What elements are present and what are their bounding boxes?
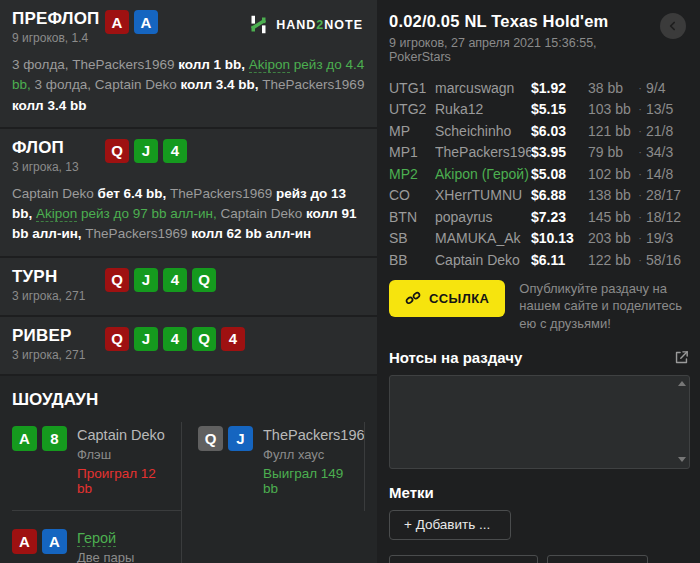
player-row: MP2 Akipon (Герой) $5.08 102 bb · 14/8 <box>389 163 692 185</box>
street-title: РИВЕР <box>12 326 105 346</box>
player-name-text: MAMUKA_Ak <box>435 230 521 246</box>
player-stack-bb: 38 bb <box>588 80 634 96</box>
player-name: ThePackers1969 <box>435 144 531 160</box>
card-A-c: A <box>12 426 37 451</box>
player-link[interactable]: Akipon <box>249 57 290 73</box>
showdown-section: ШОУДАУН A8 Captain Deko Флэш Проиграл 12… <box>0 376 377 563</box>
card-A-d: A <box>42 529 67 554</box>
player-stack-bb: 102 bb <box>588 166 634 182</box>
player-stats: 19/3 <box>646 230 673 246</box>
logo-text-part: NOTE <box>324 18 363 32</box>
street-header: ПРЕФЛОП 9 игроков, 1.4 AA HAND2NOTE <box>12 9 365 47</box>
player-name-text: ThePackers1969 <box>435 144 531 160</box>
action-text: ThePackers1969 <box>262 77 364 92</box>
player-stack: $7.23 <box>531 209 588 225</box>
tags-title: Метки <box>389 484 692 501</box>
card-Q-c: Q <box>192 268 216 292</box>
player-name: XHerrTUMNU <box>435 187 531 203</box>
showdown-entry: A8 Captain Deko Флэш Проиграл 12 bb <box>12 422 182 511</box>
card-4-c: 4 <box>163 139 187 163</box>
board-cards: QJ4 <box>105 138 187 163</box>
scroll-down-icon[interactable] <box>678 457 686 462</box>
action-text: колл 1 bb, <box>178 57 249 72</box>
card-Q-h: Q <box>105 268 129 292</box>
player-name: Captain Deko <box>435 252 531 268</box>
card-Q-h: Q <box>105 327 129 351</box>
open-notes-external-button[interactable] <box>673 349 690 366</box>
showdown-result: Выиграл 149 bb <box>263 466 356 496</box>
player-stack-bb: 138 bb <box>588 187 634 203</box>
card-4-h: 4 <box>221 327 245 351</box>
street-title-block: РИВЕР 3 игрока, 271 <box>12 326 105 362</box>
player-position: CO <box>389 187 435 203</box>
player-stats: 28/17 <box>646 187 681 203</box>
player-stack: $3.95 <box>531 144 588 160</box>
player-row: SB MAMUKA_Ak $10.13 203 bb · 19/3 <box>389 228 692 250</box>
collapse-panel-button[interactable] <box>660 13 686 39</box>
action-text: колл 62 bb алл-ин <box>191 226 311 241</box>
chevron-left-icon <box>666 19 680 33</box>
action-text: бет 6.4 bb, <box>98 186 171 201</box>
streets-list: ПРЕФЛОП 9 игроков, 1.4 AA HAND2NOTE 3 фо… <box>0 0 377 376</box>
player-link[interactable]: Akipon <box>36 206 77 222</box>
card-J-c: J <box>134 327 158 351</box>
scroll-up-icon[interactable] <box>678 381 686 386</box>
player-stack-bb: 145 bb <box>588 209 634 225</box>
text-button[interactable]: ТЕКСТ <box>547 555 648 563</box>
player-row: MP1 ThePackers1969 $3.95 79 bb · 34/3 <box>389 142 692 164</box>
player-position: BB <box>389 252 435 268</box>
card-4-c: 4 <box>163 268 187 292</box>
notes-title: Нотсы на раздачу <box>389 349 522 366</box>
action-text: ThePackers1969 <box>85 226 191 241</box>
player-name: Scheichinho <box>435 123 531 139</box>
showdown-player-name[interactable]: Герой <box>77 530 116 547</box>
showdown-player-info: ThePackers1969 Фулл хаус Выиграл 149 bb <box>263 426 356 497</box>
action-text: колл 3.4 bb, <box>180 77 262 92</box>
showdown-combo: Фулл хаус <box>263 447 356 462</box>
add-tag-button[interactable]: + Добавить ... <box>389 510 511 540</box>
player-name-text[interactable]: Akipon (Герой) <box>435 166 529 182</box>
card-8-c: 8 <box>42 426 67 451</box>
player-stack: $5.15 <box>531 101 588 117</box>
player-row: MP Scheichinho $6.03 121 bb · 21/8 <box>389 120 692 142</box>
player-stats: 21/8 <box>646 123 673 139</box>
street-header: ТУРН 3 игрока, 271 QJ4Q <box>12 267 365 305</box>
card-A-h: A <box>12 529 37 554</box>
player-stack: $5.08 <box>531 166 588 182</box>
hole-cards: A8 <box>12 426 67 496</box>
card-Q-h: Q <box>105 139 129 163</box>
stats-separator: · <box>634 125 646 137</box>
card-A-d: A <box>134 10 158 34</box>
showdown-result: Проиграл 12 bb <box>77 466 173 496</box>
player-name: MAMUKA_Ak <box>435 230 531 246</box>
player-stats: 9/4 <box>646 80 665 96</box>
external-link-icon <box>673 349 690 366</box>
street-section: РИВЕР 3 игрока, 271 QJ4Q4 <box>0 317 377 376</box>
street-subtitle: 3 игрока, 13 <box>12 160 105 174</box>
street-actions: Captain Deko бет 6.4 bb, ThePackers1969 … <box>12 184 365 245</box>
board-cards: QJ4Q <box>105 267 216 292</box>
player-name-text: Ruka12 <box>435 101 483 117</box>
copy-button[interactable]: КОПИРОВАТЬ <box>389 555 538 563</box>
showdown-player-name: ThePackers1969 <box>263 427 365 443</box>
hand-info-panel: 0.02/0.05 NL Texas Hold'em 9 игроков, 27… <box>377 0 700 563</box>
player-position: MP <box>389 123 435 139</box>
player-position: MP1 <box>389 144 435 160</box>
player-stack: $1.92 <box>531 80 588 96</box>
game-subtitle: 9 игроков, 27 апреля 2021 15:36:55, Poke… <box>389 36 658 64</box>
street-title: ТУРН <box>12 267 105 287</box>
showdown-player-info: Герой Две пары Проиграл 102 bb <box>77 529 173 563</box>
card-J-d: J <box>228 426 253 451</box>
card-Q-c: Q <box>192 327 216 351</box>
card-Q-s: Q <box>198 426 223 451</box>
street-section: ТУРН 3 игрока, 271 QJ4Q <box>0 258 377 317</box>
street-subtitle: 3 игрока, 271 <box>12 348 105 362</box>
hand-notes-input[interactable] <box>389 375 690 469</box>
street-actions: 3 фолда, ThePackers1969 колл 1 bb, Akipo… <box>12 55 365 116</box>
game-title: 0.02/0.05 NL Texas Hold'em <box>389 12 658 31</box>
player-stack-bb: 103 bb <box>588 101 634 117</box>
showdown-combo: Флэш <box>77 447 173 462</box>
share-link-button[interactable]: ССЫЛКА <box>389 280 505 317</box>
hand2note-logo[interactable]: HAND2NOTE <box>248 14 363 35</box>
player-stats: 34/3 <box>646 144 673 160</box>
